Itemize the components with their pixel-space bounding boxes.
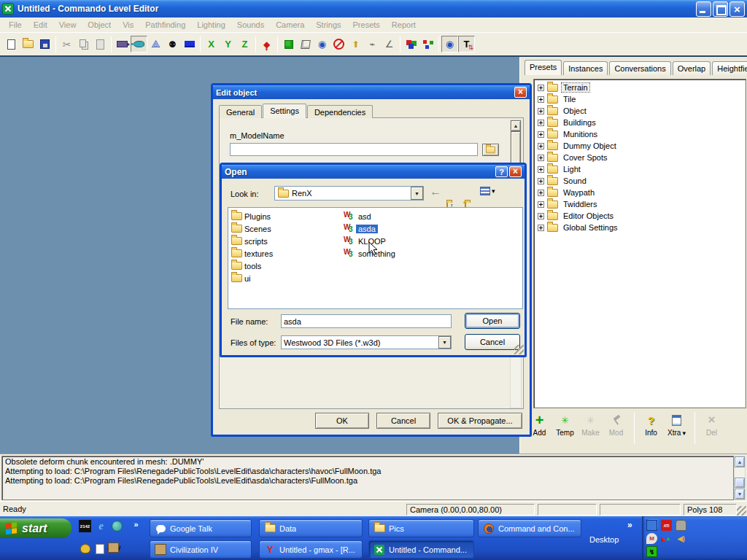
- presets-tree[interactable]: Terrain Tile Object Buildings Munitions …: [533, 79, 746, 408]
- open-file-icon[interactable]: [20, 36, 36, 52]
- menu-vis[interactable]: Vis: [117, 19, 139, 31]
- view-menu-icon[interactable]: [480, 187, 495, 195]
- taskbar-gmax[interactable]: Untitled - gmax - [R...: [259, 540, 363, 559]
- expand-icon[interactable]: [538, 155, 544, 161]
- quicklaunch-internet-explorer-icon[interactable]: [95, 520, 107, 532]
- network-tray-icon[interactable]: [646, 520, 657, 531]
- tab-presets[interactable]: Presets: [525, 60, 562, 75]
- temp-button[interactable]: Temp: [553, 412, 577, 437]
- expand-icon[interactable]: [538, 166, 544, 173]
- file-type-dropdown-icon[interactable]: [438, 336, 451, 349]
- character-icon[interactable]: [164, 36, 181, 52]
- tab-heightfield[interactable]: Heightfield: [712, 61, 747, 75]
- xtra-button[interactable]: Xtra: [665, 412, 689, 437]
- open-dialog-close-icon[interactable]: [509, 166, 522, 177]
- expand-icon[interactable]: [538, 201, 544, 208]
- copy-icon[interactable]: [75, 36, 92, 52]
- menu-pathfinding[interactable]: Pathfinding: [139, 19, 191, 31]
- resize-grip[interactable]: [514, 345, 524, 354]
- menu-sounds[interactable]: Sounds: [231, 19, 270, 31]
- look-in-combo[interactable]: RenX: [274, 186, 424, 201]
- back-icon[interactable]: [430, 185, 441, 198]
- taskbar-command-and-conquer[interactable]: Command and Con...: [478, 519, 581, 537]
- tab-instances[interactable]: Instances: [563, 61, 608, 75]
- camera-tool-icon[interactable]: [364, 36, 381, 52]
- quicklaunch-overflow-chevron-icon[interactable]: »: [130, 518, 142, 530]
- rgb-points-icon[interactable]: [419, 36, 436, 52]
- menu-presets[interactable]: Presets: [347, 19, 386, 31]
- eye-icon[interactable]: [441, 36, 458, 52]
- file-name-input[interactable]: [281, 314, 452, 328]
- gmail-tray-icon[interactable]: M: [646, 533, 657, 544]
- axis-x-icon[interactable]: [203, 36, 220, 52]
- selected-file[interactable]: asda: [356, 225, 378, 233]
- new-file-icon[interactable]: [3, 36, 20, 52]
- expand-icon[interactable]: [538, 225, 544, 231]
- taskbar-google-talk[interactable]: Google Talk: [150, 519, 252, 537]
- tab-conversations[interactable]: Conversations: [609, 61, 670, 75]
- maximize-button[interactable]: [713, 1, 728, 17]
- desktop-chevron-icon[interactable]: »: [627, 520, 632, 530]
- expand-icon[interactable]: [538, 96, 544, 103]
- menu-strings[interactable]: Strings: [310, 19, 347, 31]
- desktop-toolbar-label[interactable]: Desktop: [589, 535, 619, 544]
- statusbar-grip[interactable]: [737, 506, 746, 516]
- tab-general[interactable]: General: [219, 105, 262, 118]
- cut-icon[interactable]: [58, 36, 75, 52]
- edit-dialog-titlebar[interactable]: Edit object: [213, 85, 530, 99]
- wire-cube-icon[interactable]: [297, 36, 314, 52]
- axis-rotate-icon[interactable]: [147, 36, 164, 52]
- expand-icon[interactable]: [538, 85, 544, 91]
- menu-object[interactable]: Object: [82, 19, 117, 31]
- flag-icon[interactable]: [181, 36, 198, 52]
- rgb-cubes-icon[interactable]: [403, 36, 419, 52]
- paste-icon[interactable]: [92, 36, 109, 52]
- raise-terrain-icon[interactable]: [347, 36, 364, 52]
- angle-icon[interactable]: [381, 36, 398, 52]
- menu-view[interactable]: View: [53, 19, 82, 31]
- save-file-icon[interactable]: [36, 36, 53, 52]
- taskbar-civilization-iv[interactable]: Civilization IV: [150, 540, 252, 559]
- ati-tool-tray-icon[interactable]: [661, 533, 672, 544]
- minimize-button[interactable]: [696, 1, 711, 17]
- menu-file[interactable]: File: [3, 19, 28, 31]
- axis-y-icon[interactable]: [220, 36, 236, 52]
- expand-icon[interactable]: [538, 213, 544, 219]
- ok-propagate-button[interactable]: OK & Propagate...: [438, 413, 522, 429]
- no-vis-icon[interactable]: [330, 36, 347, 52]
- solid-cube-icon[interactable]: [280, 36, 297, 52]
- expand-icon[interactable]: [538, 131, 544, 138]
- open-dialog-titlebar[interactable]: Open: [222, 165, 525, 179]
- cancel-button[interactable]: Cancel: [376, 413, 430, 429]
- tab-overlap[interactable]: Overlap: [673, 61, 711, 75]
- quicklaunch-pet-icon[interactable]: [79, 542, 91, 555]
- edit-dialog-close-icon[interactable]: [514, 87, 527, 98]
- mod-button[interactable]: Mod: [604, 412, 628, 437]
- ati-tray-icon[interactable]: ATI: [661, 520, 672, 531]
- taskbar-data-folder[interactable]: Data: [259, 519, 363, 537]
- radar-tray-icon[interactable]: [646, 546, 657, 557]
- window-titlebar[interactable]: Untitled - Commando Level Editor: [0, 0, 747, 18]
- device-tray-icon[interactable]: [676, 520, 686, 531]
- menu-report[interactable]: Report: [386, 19, 422, 31]
- make-button[interactable]: Make: [578, 412, 603, 437]
- taskbar-pics-folder[interactable]: Pics: [368, 519, 474, 537]
- menu-edit[interactable]: Edit: [28, 19, 53, 31]
- help-icon[interactable]: [495, 166, 508, 177]
- camera-path-icon[interactable]: [114, 36, 131, 52]
- quicklaunch-bf2142-icon[interactable]: 2142: [79, 520, 91, 532]
- quicklaunch-civ-icon[interactable]: CIV: [108, 542, 120, 555]
- menu-lighting[interactable]: Lighting: [191, 19, 231, 31]
- tab-dependencies[interactable]: Dependencies: [307, 105, 373, 118]
- taskbar-commando-editor[interactable]: Untitled - Command...: [368, 540, 474, 559]
- browse-model-button[interactable]: [482, 144, 499, 156]
- quicklaunch-globe-icon[interactable]: [111, 520, 123, 532]
- quicklaunch-document-icon[interactable]: [93, 542, 106, 555]
- open-cancel-button[interactable]: Cancel: [465, 334, 520, 350]
- menu-camera[interactable]: Camera: [270, 19, 310, 31]
- volume-tray-icon[interactable]: [676, 533, 686, 544]
- open-button[interactable]: Open: [465, 313, 520, 329]
- expand-icon[interactable]: [538, 190, 544, 196]
- spin-icon[interactable]: [258, 36, 275, 52]
- close-button[interactable]: [729, 1, 745, 17]
